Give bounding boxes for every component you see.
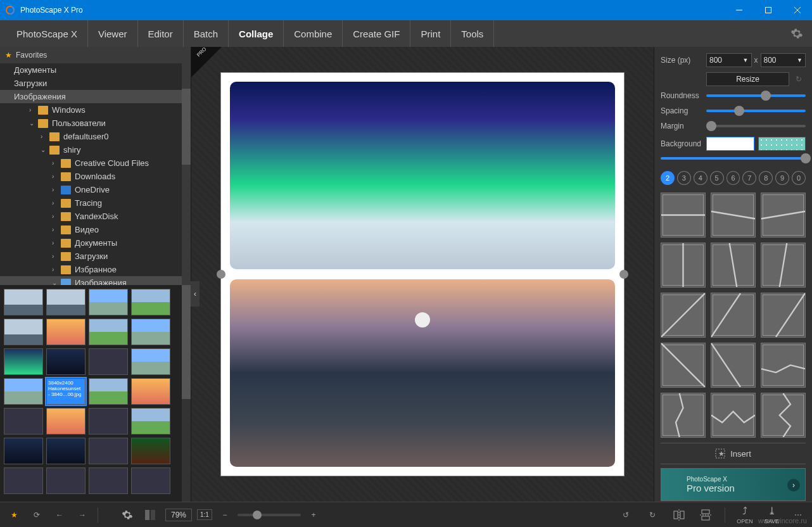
collage-cell-bottom[interactable] [230, 279, 615, 467]
thumbnail[interactable] [131, 408, 170, 435]
zoom-ratio[interactable]: 1:1 [197, 509, 212, 520]
minimize-button[interactable] [725, 0, 754, 20]
maximize-button[interactable] [754, 0, 783, 20]
count-5[interactable]: 5 [710, 171, 724, 185]
open-button[interactable]: ⤴OPEN [737, 505, 753, 524]
nav-tab-tools[interactable]: Tools [451, 20, 494, 47]
thumbnail[interactable] [89, 467, 128, 494]
folder-row[interactable]: ›Tracing [0, 196, 191, 210]
thumbnail[interactable] [4, 467, 43, 494]
template-11[interactable] [711, 343, 756, 388]
template-9[interactable] [761, 293, 806, 338]
thumbnail[interactable] [89, 348, 128, 375]
folder-row[interactable]: ⌄Изображения [0, 276, 191, 285]
settings-gear-button[interactable] [120, 507, 135, 523]
bg-opacity-slider[interactable] [661, 157, 806, 160]
nav-tab-print[interactable]: Print [410, 20, 451, 47]
thumbnail[interactable] [89, 438, 128, 464]
count-2[interactable]: 2 [661, 171, 675, 185]
insert-button[interactable]: ★ Insert [661, 443, 806, 464]
nav-tab-editor[interactable]: Editor [138, 20, 184, 47]
favorites-bar[interactable]: ★ Favorites [0, 47, 191, 63]
template-15[interactable] [761, 393, 806, 438]
folder-row[interactable]: ⌄Пользователи [0, 117, 191, 130]
collage-cell-top[interactable] [230, 82, 615, 269]
thumbnail[interactable] [89, 319, 128, 345]
nav-tab-combine[interactable]: Combine [284, 20, 343, 47]
thumbnail[interactable] [89, 408, 128, 435]
template-12[interactable] [761, 343, 806, 388]
thumbnail[interactable] [131, 319, 170, 345]
template-2[interactable] [711, 193, 756, 238]
thumbnail[interactable] [46, 408, 86, 435]
favorite-toggle[interactable]: ★ [6, 507, 22, 523]
tree-scrollbar[interactable] [182, 63, 191, 285]
redo-size-button[interactable]: ↻ [792, 72, 806, 86]
folder-row[interactable]: ›Загрузки [0, 250, 191, 263]
folder-row[interactable]: Загрузки [0, 77, 191, 90]
template-6[interactable] [761, 243, 806, 288]
thumbnail[interactable] [4, 438, 43, 464]
canvas-center-handle[interactable] [415, 312, 430, 327]
folder-row[interactable]: Документы [0, 63, 191, 77]
template-14[interactable] [711, 393, 756, 438]
canvas-handle-left[interactable] [217, 270, 225, 279]
roundness-slider[interactable] [706, 94, 806, 97]
thumbnail[interactable] [4, 348, 43, 375]
pro-version-ad[interactable]: PhotoScape X Pro version › [661, 468, 806, 501]
thumbnail[interactable] [46, 438, 86, 464]
thumbs-scrollbar[interactable] [182, 285, 191, 502]
width-select[interactable]: 800▼ [706, 53, 752, 67]
spacing-slider[interactable] [706, 110, 806, 112]
nav-back-button[interactable]: ← [52, 507, 67, 523]
close-button[interactable] [783, 0, 812, 20]
thumbnail[interactable] [46, 348, 86, 375]
nav-tab-create-gif[interactable]: Create GIF [343, 20, 410, 47]
thumbnail[interactable] [131, 378, 170, 405]
count-0[interactable]: 0 [792, 171, 806, 185]
zoom-out-button[interactable]: − [217, 507, 232, 523]
collapse-panel-button[interactable]: ‹ [191, 281, 200, 307]
folder-row[interactable]: ›Windows [0, 103, 191, 117]
thumbnail[interactable] [46, 289, 86, 315]
template-13[interactable] [661, 393, 706, 438]
count-7[interactable]: 7 [742, 171, 756, 185]
template-5[interactable] [711, 243, 756, 288]
resize-button[interactable]: Resize [706, 72, 789, 86]
thumbnail[interactable] [46, 467, 86, 494]
flip-h-button[interactable] [671, 507, 687, 523]
thumbnail[interactable] [4, 408, 43, 435]
count-6[interactable]: 6 [726, 171, 740, 185]
collage-canvas[interactable] [221, 73, 624, 476]
rotate-right-button[interactable]: ↻ [645, 507, 660, 523]
refresh-button[interactable]: ⟳ [29, 507, 44, 523]
zoom-in-button[interactable]: + [306, 507, 321, 523]
zoom-value[interactable]: 79% [165, 509, 192, 521]
count-3[interactable]: 3 [677, 171, 691, 185]
thumbnail[interactable] [131, 289, 170, 315]
nav-tab-photoscape-x[interactable]: PhotoScape X [6, 20, 88, 47]
folder-row[interactable]: ⌄shiry [0, 143, 191, 156]
count-4[interactable]: 4 [694, 171, 707, 185]
folder-row[interactable]: ›Документы [0, 236, 191, 250]
margin-slider[interactable] [706, 125, 806, 127]
folder-row[interactable]: ›Downloads [0, 170, 191, 183]
thumbnail[interactable] [4, 378, 43, 405]
nav-tab-batch[interactable]: Batch [184, 20, 229, 47]
folder-row[interactable]: ›defaultuser0 [0, 130, 191, 143]
canvas-handle-right[interactable] [619, 270, 628, 279]
template-1[interactable] [661, 193, 706, 238]
folder-row[interactable]: ›Creative Cloud Files [0, 156, 191, 170]
thumbnail[interactable] [131, 467, 170, 494]
bg-pattern-swatch[interactable] [758, 137, 806, 151]
thumbnail[interactable] [46, 319, 86, 345]
thumbnail[interactable] [4, 289, 43, 315]
template-7[interactable] [661, 293, 706, 338]
rotate-left-button[interactable]: ↺ [618, 507, 633, 523]
nav-tab-collage[interactable]: Collage [229, 20, 284, 47]
view-mode-button[interactable] [143, 507, 158, 523]
template-4[interactable] [661, 243, 706, 288]
count-8[interactable]: 8 [759, 171, 773, 185]
thumbnail[interactable] [89, 289, 128, 315]
thumbnail[interactable]: 3840x2400Hakonesunset - 3840…00.jpg [46, 378, 86, 405]
